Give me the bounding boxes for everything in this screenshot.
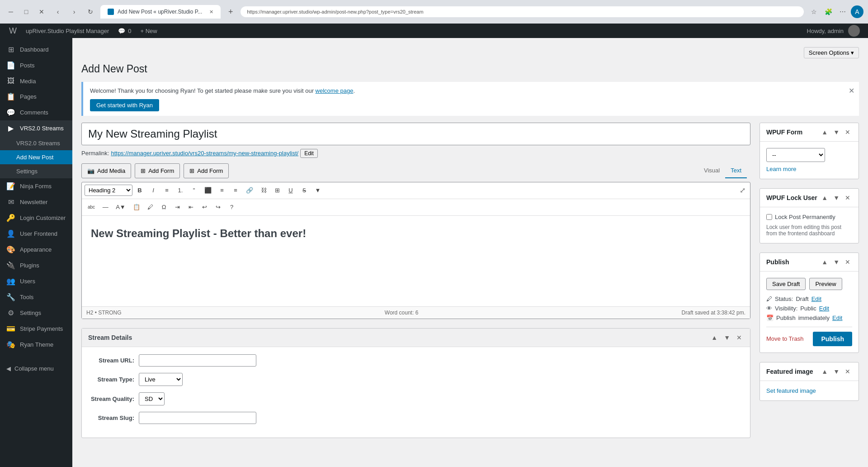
stream-url-input[interactable] bbox=[139, 354, 256, 367]
strikethrough-btn[interactable]: S̶ bbox=[298, 184, 311, 197]
wpuf-form-select[interactable]: -- bbox=[766, 148, 825, 162]
sidebar-item-vrs20-streams[interactable]: ▶ VRS2.0 Streams bbox=[0, 120, 72, 136]
minimize-btn[interactable]: ─ bbox=[5, 5, 17, 18]
align-center-btn[interactable]: ≡ bbox=[216, 184, 228, 197]
special-char-btn[interactable]: abc bbox=[85, 201, 98, 214]
publish-time-edit-link[interactable]: Edit bbox=[832, 315, 842, 321]
format-select[interactable]: ParagraphHeading 1Heading 2Heading 3Head… bbox=[85, 185, 132, 196]
sidebar-item-newsletter[interactable]: ✉ Newsletter bbox=[0, 194, 72, 210]
notice-close-btn[interactable]: ✕ bbox=[849, 86, 854, 95]
wpuf-form-down-btn[interactable]: ▼ bbox=[831, 128, 841, 137]
sidebar-item-vrs-list[interactable]: VRS2.0 Streams bbox=[0, 136, 72, 150]
expand-editor-btn[interactable]: ⤢ bbox=[738, 184, 747, 196]
publish-up-btn[interactable]: ▲ bbox=[820, 257, 830, 267]
sidebar-item-appearance[interactable]: 🎨 Appearance bbox=[0, 242, 72, 257]
hr-btn[interactable]: — bbox=[99, 201, 112, 214]
paste-text-btn[interactable]: 📋 bbox=[130, 201, 143, 214]
insert-table-btn[interactable]: ⊞ bbox=[271, 184, 283, 197]
undo-btn[interactable]: ↩ bbox=[198, 201, 211, 214]
sidebar-item-media[interactable]: 🖼 Media bbox=[0, 73, 72, 89]
sidebar-item-settings[interactable]: ⚙ Settings bbox=[0, 305, 72, 321]
help-btn[interactable]: ? bbox=[226, 201, 238, 214]
outdent-btn[interactable]: ⇤ bbox=[185, 201, 198, 214]
align-left-btn[interactable]: ⬛ bbox=[201, 184, 215, 197]
wpuf-lock-up-btn[interactable]: ▲ bbox=[820, 193, 830, 202]
underline-btn[interactable]: U bbox=[284, 184, 297, 197]
clear-format-btn[interactable]: 🖊 bbox=[144, 201, 157, 214]
sidebar-item-stripe[interactable]: 💳 Stripe Payments bbox=[0, 321, 72, 337]
get-started-btn[interactable]: Get started with Ryan bbox=[90, 99, 159, 111]
site-name-item[interactable]: upRiver.Studio Playlist Manager bbox=[21, 24, 113, 38]
unlink-btn[interactable]: ⛓ bbox=[257, 184, 270, 197]
bold-btn[interactable]: B bbox=[133, 184, 146, 197]
new-tab-btn[interactable]: + bbox=[224, 5, 237, 18]
add-media-btn[interactable]: 📷 Add Media bbox=[81, 163, 131, 178]
wp-logo-item[interactable]: W bbox=[5, 24, 21, 38]
special-chars-btn[interactable]: Ω bbox=[158, 201, 170, 214]
unordered-list-btn[interactable]: ≡ bbox=[160, 184, 173, 197]
wpuf-lock-close-btn[interactable]: ✕ bbox=[843, 193, 852, 202]
extensions-btn[interactable]: 🧩 bbox=[822, 5, 835, 18]
profile-btn[interactable]: A bbox=[851, 5, 863, 18]
stream-type-select[interactable]: Live Recorded Upcoming bbox=[139, 373, 183, 386]
link-btn[interactable]: 🔗 bbox=[243, 184, 256, 197]
sidebar-item-users[interactable]: 👥 Users bbox=[0, 273, 72, 289]
stream-details-down-btn[interactable]: ▼ bbox=[722, 333, 732, 342]
back-btn[interactable]: ‹ bbox=[52, 5, 64, 18]
tab-text[interactable]: Text bbox=[725, 163, 747, 178]
wpuf-learn-more-link[interactable]: Learn more bbox=[766, 166, 852, 172]
stream-details-close-btn[interactable]: ✕ bbox=[735, 333, 744, 342]
featured-image-close-btn[interactable]: ✕ bbox=[843, 367, 852, 376]
permalink-edit-btn[interactable]: Edit bbox=[300, 149, 318, 158]
wpuf-lock-down-btn[interactable]: ▼ bbox=[831, 193, 841, 202]
sidebar-item-plugins[interactable]: 🔌 Plugins bbox=[0, 257, 72, 273]
refresh-btn[interactable]: ↻ bbox=[84, 5, 97, 18]
publish-close-btn[interactable]: ✕ bbox=[843, 257, 852, 267]
publish-down-btn[interactable]: ▼ bbox=[831, 257, 841, 267]
editor-content[interactable]: New Streaming Playlist - Better than eve… bbox=[82, 216, 750, 306]
text-color-btn[interactable]: A▼ bbox=[113, 201, 129, 214]
permalink-url[interactable]: https://manager.upriver.studio/vrs20-str… bbox=[111, 150, 298, 157]
save-draft-btn[interactable]: Save Draft bbox=[766, 278, 806, 290]
sidebar-item-ryan-theme[interactable]: 🎭 Ryan Theme bbox=[0, 337, 72, 353]
new-content-item[interactable]: + New bbox=[136, 24, 162, 38]
sidebar-item-posts[interactable]: 📄 Posts bbox=[0, 57, 72, 73]
post-title-input[interactable] bbox=[81, 123, 750, 145]
align-right-btn[interactable]: ≡ bbox=[229, 184, 242, 197]
more-toolbar-btn[interactable]: ▼ bbox=[311, 184, 324, 197]
menu-btn[interactable]: ⋯ bbox=[836, 5, 849, 18]
bookmarks-btn[interactable]: ☆ bbox=[807, 5, 820, 18]
featured-image-down-btn[interactable]: ▼ bbox=[831, 367, 841, 376]
lock-post-checkbox[interactable] bbox=[766, 214, 772, 220]
comments-item[interactable]: 💬 0 bbox=[113, 24, 136, 38]
publish-btn[interactable]: Publish bbox=[813, 332, 852, 346]
move-to-trash-link[interactable]: Move to Trash bbox=[766, 335, 803, 342]
blockquote-btn[interactable]: " bbox=[188, 184, 200, 197]
screen-options-btn[interactable]: Screen Options ▾ bbox=[804, 47, 859, 58]
sidebar-item-comments[interactable]: 💬 Comments bbox=[0, 105, 72, 120]
sidebar-item-login-customizer[interactable]: 🔑 Login Customizer bbox=[0, 210, 72, 226]
stream-quality-select[interactable]: SD HD 4K bbox=[139, 392, 165, 405]
sidebar-item-settings-vrs[interactable]: Settings bbox=[0, 164, 72, 178]
publish-visibility-edit-link[interactable]: Edit bbox=[819, 305, 829, 312]
sidebar-item-add-new[interactable]: Add New Post bbox=[0, 150, 72, 164]
sidebar-item-tools[interactable]: 🔧 Tools bbox=[0, 289, 72, 305]
admin-avatar[interactable] bbox=[848, 25, 860, 37]
ordered-list-btn[interactable]: 1. bbox=[174, 184, 187, 197]
collapse-menu-btn[interactable]: ◀ Collapse menu bbox=[0, 362, 72, 376]
close-btn[interactable]: ✕ bbox=[35, 5, 48, 18]
tab-close-btn[interactable]: ✕ bbox=[209, 9, 213, 15]
set-featured-image-link[interactable]: Set featured image bbox=[766, 387, 816, 394]
forward-btn[interactable]: › bbox=[68, 5, 80, 18]
tab-visual[interactable]: Visual bbox=[698, 163, 725, 178]
sidebar-item-dashboard[interactable]: ⊞ Dashboard bbox=[0, 42, 72, 57]
publish-status-edit-link[interactable]: Edit bbox=[811, 295, 821, 302]
sidebar-item-ninja-forms[interactable]: 📝 Ninja Forms bbox=[0, 178, 72, 194]
wpuf-form-close-btn[interactable]: ✕ bbox=[843, 128, 852, 137]
address-bar[interactable]: https://manager.upriver.studio/wp-admin/… bbox=[241, 6, 804, 17]
italic-btn[interactable]: I bbox=[147, 184, 160, 197]
featured-image-up-btn[interactable]: ▲ bbox=[820, 367, 830, 376]
redo-btn[interactable]: ↪ bbox=[212, 201, 225, 214]
preview-btn[interactable]: Preview bbox=[809, 278, 842, 290]
maximize-btn[interactable]: □ bbox=[20, 5, 33, 18]
